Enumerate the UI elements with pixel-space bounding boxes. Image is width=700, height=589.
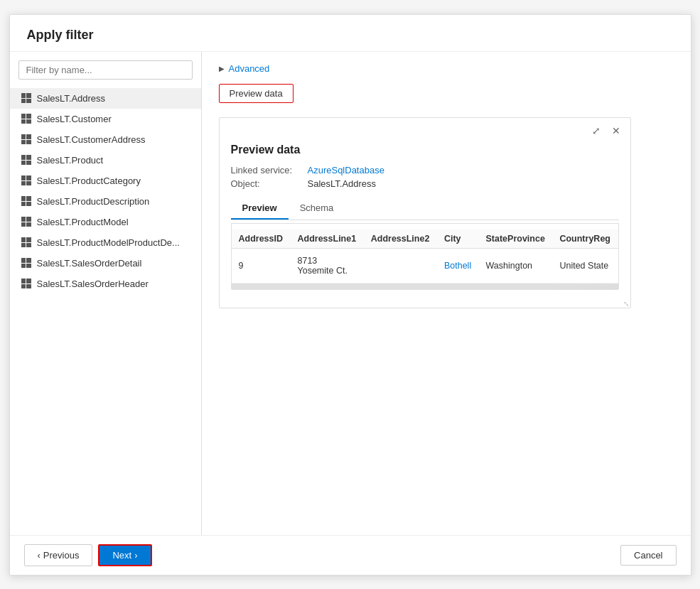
sidebar-item-label: SalesLT.SalesOrderDetail: [37, 258, 142, 269]
previous-button[interactable]: ‹ Previous: [24, 544, 93, 566]
horizontal-scrollbar[interactable]: [231, 284, 619, 290]
table-grid-icon: [21, 93, 31, 103]
panel-body: Preview data Linked service: AzureSqlDat…: [220, 141, 630, 298]
advanced-label: Advanced: [229, 63, 270, 74]
tab-preview[interactable]: Preview: [231, 198, 289, 220]
sidebar-item-address[interactable]: SalesLT.Address: [10, 88, 201, 109]
apply-filter-dialog: Apply filter SalesLT.AddressSalesLT.Cust…: [9, 14, 691, 576]
table-body: 98713 Yosemite Ct.BothellWashingtonUnite…: [232, 248, 618, 283]
table-grid-icon: [21, 237, 31, 247]
sidebar-item-product[interactable]: SalesLT.Product: [10, 150, 201, 171]
table-cell: 9: [232, 248, 291, 283]
sidebar-item-label: SalesLT.ProductModelProductDe...: [37, 237, 180, 248]
table-cell: United State: [552, 248, 618, 283]
object-value: SalesLT.Address: [308, 178, 377, 189]
resize-handle[interactable]: ⤡: [220, 298, 630, 308]
table-grid-icon: [21, 114, 31, 124]
footer-left-buttons: ‹ Previous Next ›: [24, 544, 152, 566]
sidebar-item-salesorderheader[interactable]: SalesLT.SalesOrderHeader: [10, 274, 201, 294]
dialog-body: SalesLT.AddressSalesLT.CustomerSalesLT.C…: [10, 52, 691, 535]
table-grid-icon: [21, 217, 31, 227]
advanced-toggle[interactable]: ▶ Advanced: [219, 63, 674, 74]
table-cell: [364, 248, 437, 283]
tab-schema[interactable]: Schema: [289, 198, 345, 220]
table-grid-icon: [21, 279, 31, 288]
main-content: ▶ Advanced Preview data ⤢ ✕ Preview data…: [202, 52, 691, 535]
preview-table-wrapper: AddressID AddressLine1 AddressLine2 City…: [231, 223, 619, 284]
chevron-left-icon: ‹: [38, 550, 41, 561]
expand-panel-button[interactable]: ⤢: [589, 124, 603, 138]
table-grid-icon: [21, 258, 31, 268]
sidebar-item-label: SalesLT.ProductDescription: [37, 196, 150, 207]
table-cell: Washington: [479, 248, 553, 283]
chevron-right-icon: ›: [134, 550, 137, 561]
object-label: Object:: [231, 178, 302, 189]
col-header-countryreg: CountryReg: [552, 229, 618, 249]
table-grid-icon: [21, 175, 31, 185]
preview-data-button[interactable]: Preview data: [219, 84, 294, 103]
sidebar-item-label: SalesLT.ProductModel: [37, 217, 129, 227]
sidebar-items-list: SalesLT.AddressSalesLT.CustomerSalesLT.C…: [10, 88, 201, 294]
sidebar-item-salesorderdetail[interactable]: SalesLT.SalesOrderDetail: [10, 253, 201, 274]
col-header-city: City: [437, 229, 479, 249]
next-label: Next: [112, 550, 131, 561]
sidebar-item-productcategory[interactable]: SalesLT.ProductCategory: [10, 171, 201, 191]
sidebar-item-customeraddress[interactable]: SalesLT.CustomerAddress: [10, 129, 201, 150]
close-panel-button[interactable]: ✕: [609, 124, 623, 138]
sidebar-item-label: SalesLT.Product: [37, 155, 104, 166]
advanced-chevron-icon: ▶: [219, 65, 225, 72]
table-grid-icon: [21, 196, 31, 206]
col-header-stateprovince: StateProvince: [479, 229, 553, 249]
sidebar-item-label: SalesLT.ProductCategory: [37, 175, 141, 186]
table-row: 98713 Yosemite Ct.BothellWashingtonUnite…: [232, 248, 618, 283]
sidebar-item-label: SalesLT.SalesOrderHeader: [37, 279, 149, 289]
table-cell: Bothell: [437, 248, 479, 283]
cancel-button[interactable]: Cancel: [620, 545, 676, 566]
sidebar-item-label: SalesLT.Customer: [37, 114, 112, 124]
sidebar-item-label: SalesLT.CustomerAddress: [37, 134, 146, 145]
dialog-header: Apply filter: [10, 15, 691, 52]
dialog-footer: ‹ Previous Next › Cancel: [10, 535, 691, 575]
table-header-row: AddressID AddressLine1 AddressLine2 City…: [232, 229, 618, 249]
table-cell: 8713 Yosemite Ct.: [290, 248, 363, 283]
preview-panel: ⤢ ✕ Preview data Linked service: AzureSq…: [219, 117, 631, 308]
table-grid-icon: [21, 155, 31, 165]
sidebar-item-label: SalesLT.Address: [37, 93, 106, 104]
panel-title: Preview data: [231, 144, 619, 156]
previous-label: Previous: [43, 550, 80, 561]
next-button[interactable]: Next ›: [98, 544, 151, 566]
col-header-addressline1: AddressLine1: [290, 229, 363, 249]
panel-toolbar: ⤢ ✕: [220, 118, 630, 141]
object-row: Object: SalesLT.Address: [231, 178, 619, 189]
sidebar-item-productmodelproductde[interactable]: SalesLT.ProductModelProductDe...: [10, 232, 201, 253]
preview-table: AddressID AddressLine1 AddressLine2 City…: [232, 229, 618, 283]
dialog-title: Apply filter: [27, 28, 674, 43]
linked-service-value: AzureSqlDatabase: [308, 165, 384, 175]
sidebar-item-productmodel[interactable]: SalesLT.ProductModel: [10, 212, 201, 232]
sidebar-item-productdescription[interactable]: SalesLT.ProductDescription: [10, 191, 201, 212]
tabs-row: Preview Schema: [231, 198, 619, 220]
linked-service-row: Linked service: AzureSqlDatabase: [231, 165, 619, 175]
sidebar: SalesLT.AddressSalesLT.CustomerSalesLT.C…: [10, 52, 202, 535]
linked-service-label: Linked service:: [231, 165, 302, 175]
table-grid-icon: [21, 134, 31, 144]
search-input[interactable]: [18, 60, 193, 80]
sidebar-item-customer[interactable]: SalesLT.Customer: [10, 109, 201, 129]
col-header-addressline2: AddressLine2: [364, 229, 437, 249]
col-header-addressid: AddressID: [232, 229, 291, 249]
